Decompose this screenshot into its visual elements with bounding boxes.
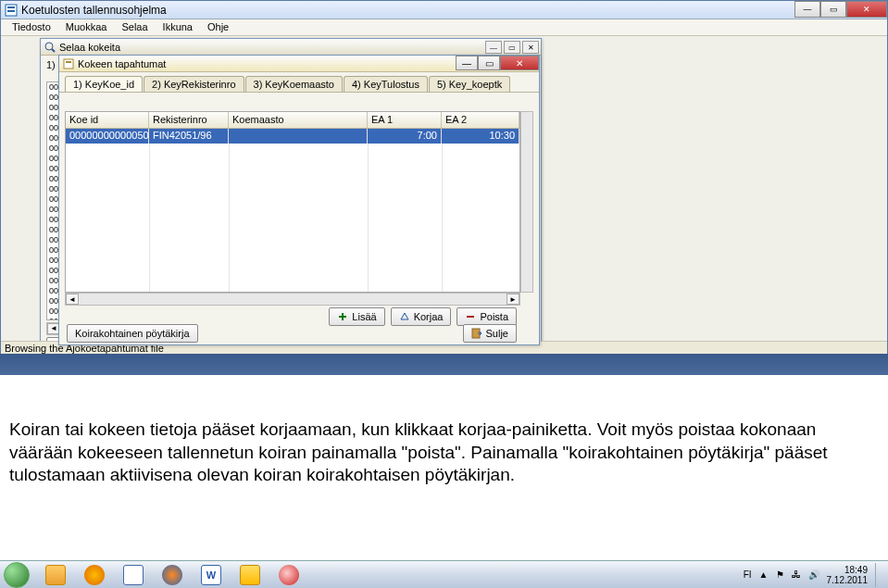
svg-rect-1 [7,6,15,8]
outlook-taskbar-icon[interactable] [231,563,269,587]
col-ea2[interactable]: EA 2 [442,112,519,128]
col-koe-id[interactable]: Koe id [66,112,149,128]
menu-selaa[interactable]: Selaa [114,19,155,35]
tab-keytulostus[interactable]: 4) KeyTulostus [344,76,428,92]
app-icon [5,4,18,17]
cell-koe-id: 00000000000050 [66,129,149,144]
tabstrip: 1) KeyKoe_id 2) KeyRekisterinro 3) KeyKo… [59,72,539,93]
app-taskbar-icon[interactable] [115,563,152,587]
main-title: Koetulosten tallennusohjelma [21,4,883,17]
show-desktop-button[interactable] [875,563,882,587]
action-row-bottom: Koirakohtainen pöytäkirja Sulje [67,320,517,346]
tab-keyrekisterinro[interactable]: 2) KeyRekisterinro [144,76,244,92]
tapaht-title: Kokeen tapahtumat [78,58,166,69]
minimize-button[interactable]: — [794,1,820,18]
tab-keykoemaasto[interactable]: 3) KeyKoemaasto [245,76,343,92]
kokeen-tapahtumat-window: Kokeen tapahtumat — ▭ ✕ 1) KeyKoe_id 2) … [58,55,540,345]
menu-ohje[interactable]: Ohje [200,19,236,35]
selaa-titlebar: Selaa kokeita — ▭ ✕ [41,39,541,56]
cell-koemaasto [229,129,368,144]
tapaht-close[interactable]: ✕ [500,56,539,70]
tray-up-icon[interactable]: ▲ [759,569,769,580]
svg-rect-11 [66,61,71,63]
taskbar-pinned: W [33,563,307,587]
scroll-right-icon[interactable]: ► [507,294,519,305]
koirakohtainen-button[interactable]: Koirakohtainen pöytäkirja [67,324,198,343]
volume-icon[interactable]: 🔊 [808,569,819,580]
main-client: Selaa kokeita — ▭ ✕ 1) Ko 00000000000000… [1,36,887,341]
system-tray: FI ▲ ⚑ 🖧 🔊 18:49 7.12.2011 [744,563,888,587]
col-rekisterinro[interactable]: Rekisterinro [149,112,229,128]
cell-ea2: 10:30 [442,129,519,144]
cell-ea1: 7:00 [368,129,442,144]
svg-rect-10 [64,59,73,69]
word-taskbar-icon[interactable]: W [193,563,230,587]
main-window: Koetulosten tallennusohjelma — ▭ ✕ Tiedo… [0,0,888,357]
grid-header: Koe id Rekisterinro Koemaasto EA 1 EA 2 [66,112,519,129]
network-icon[interactable]: 🖧 [792,569,801,580]
menu-ikkuna[interactable]: Ikkuna [156,19,200,35]
game-taskbar-icon[interactable] [270,563,307,587]
taskbar: W FI ▲ ⚑ 🖧 🔊 18:49 7.12.2011 [0,560,888,588]
tapaht-titlebar: Kokeen tapahtumat — ▭ ✕ [59,56,539,72]
clock-time: 18:49 [827,565,869,575]
firefox-taskbar-icon[interactable] [154,563,191,587]
tapaht-maximize[interactable]: ▭ [478,56,500,70]
flag-icon[interactable]: ⚑ [776,569,784,580]
document-text: Koiran tai kokeen tietoja pääset korjaam… [0,409,888,496]
explorer-taskbar-icon[interactable] [37,563,74,587]
tapaht-icon [63,58,74,69]
col-ea1[interactable]: EA 1 [368,112,442,128]
selaa-icon [44,42,56,53]
tab-keykoe-id[interactable]: 1) KeyKoe_id [65,76,143,92]
menu-muokkaa[interactable]: Muokkaa [58,19,115,35]
exit-icon [471,328,482,339]
svg-rect-2 [7,10,15,12]
clock[interactable]: 18:49 7.12.2011 [827,565,869,585]
scroll-left-icon[interactable]: ◄ [66,294,79,305]
start-button[interactable] [0,561,33,589]
media-player-taskbar-icon[interactable] [76,563,113,587]
menubar: Tiedosto Muokkaa Selaa Ikkuna Ohje [1,19,887,36]
language-indicator[interactable]: FI [744,569,752,580]
doc-paragraph: Koiran tai kokeen tietoja pääset korjaam… [9,419,879,487]
svg-line-4 [52,49,55,52]
grid-vscroll[interactable] [520,111,533,293]
main-window-controls: — ▭ ✕ [794,1,887,18]
main-titlebar: Koetulosten tallennusohjelma — ▭ ✕ [1,1,887,19]
selaa-maximize[interactable]: ▭ [504,41,520,54]
selaa-close[interactable]: ✕ [522,41,539,54]
menu-tiedosto[interactable]: Tiedosto [5,19,58,35]
grid-row-selected[interactable]: 00000000000050 FIN42051/96 7:00 10:30 [66,129,519,144]
tapaht-minimize[interactable]: — [456,56,478,70]
windows-orb-icon [4,562,30,588]
clock-date: 7.12.2011 [827,575,869,585]
maximize-button[interactable]: ▭ [820,1,846,18]
svg-point-3 [45,43,53,50]
desktop-wallpaper [0,354,888,375]
col-koemaasto[interactable]: Koemaasto [229,112,368,128]
tapaht-grid[interactable]: Koe id Rekisterinro Koemaasto EA 1 EA 2 … [65,111,520,293]
selaa-minimize[interactable]: — [485,41,502,54]
close-button[interactable]: ✕ [846,1,887,18]
tapaht-sulje-button[interactable]: Sulje [463,324,517,343]
selaa-title: Selaa kokeita [59,42,120,53]
grid-hscroll[interactable]: ◄ ► [65,293,520,306]
tab-keykoeptk[interactable]: 5) Key_koeptk [429,76,510,92]
cell-rekisterinro: FIN42051/96 [149,129,229,144]
